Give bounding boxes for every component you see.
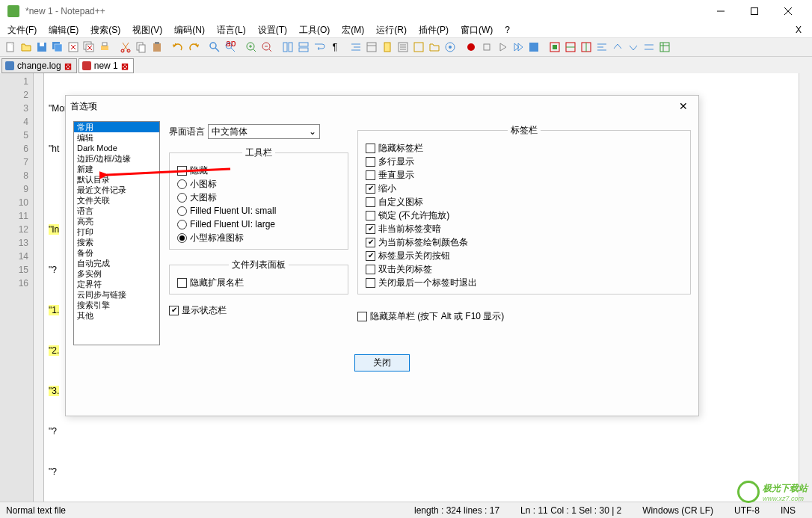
- undo-icon[interactable]: [170, 40, 185, 55]
- list-item-margins[interactable]: 边距/边框/边缘: [74, 153, 159, 164]
- menu-window[interactable]: 窗口(W): [456, 22, 497, 38]
- tab-change-log[interactable]: change.log ⊠: [1, 58, 77, 73]
- list-item-highlight[interactable]: 高亮: [74, 216, 159, 226]
- print-icon[interactable]: [97, 40, 112, 55]
- doc-map-icon[interactable]: [380, 40, 395, 55]
- copy-icon[interactable]: [134, 40, 149, 55]
- menu-language[interactable]: 语言(L): [212, 22, 250, 38]
- list-item-file-assoc[interactable]: 文件关联: [74, 195, 159, 206]
- checkbox-exit-on-last[interactable]: 关闭最后一个标签时退出: [366, 276, 683, 289]
- tool-misc-6[interactable]: [626, 40, 641, 55]
- play-multi-icon[interactable]: [511, 40, 526, 55]
- checkbox-custom-icon[interactable]: 自定义图标: [366, 195, 683, 209]
- checkbox-show-close[interactable]: ✔标签显示关闭按钮: [366, 249, 683, 262]
- ui-language-select[interactable]: 中文简体⌄: [208, 124, 320, 139]
- save-all-icon[interactable]: [50, 40, 65, 55]
- zoom-out-icon[interactable]: [259, 40, 274, 55]
- radio-small-standard[interactable]: 小型标准图标: [177, 231, 340, 244]
- list-item-search-engine[interactable]: 搜索引擎: [74, 300, 159, 310]
- indent-guide-icon[interactable]: [348, 40, 363, 55]
- vertical-scrollbar[interactable]: [799, 73, 812, 504]
- list-item-new[interactable]: 新建: [74, 164, 159, 174]
- save-macro-icon[interactable]: [526, 40, 541, 55]
- menu-settings[interactable]: 设置(T): [253, 22, 292, 38]
- close-button[interactable]: [771, 0, 805, 22]
- sync-v-icon[interactable]: [280, 40, 295, 55]
- checkbox-lock[interactable]: 锁定 (不允许拖放): [366, 209, 683, 222]
- tab-close-icon[interactable]: ⊠: [64, 61, 73, 70]
- status-eol[interactable]: Windows (CR LF): [632, 505, 724, 516]
- menu-search[interactable]: 搜索(S): [86, 22, 125, 38]
- tool-misc-1[interactable]: [547, 40, 562, 55]
- maximize-button[interactable]: [737, 0, 771, 22]
- paste-icon[interactable]: [150, 40, 164, 55]
- monitor-icon[interactable]: [443, 40, 458, 55]
- menu-help[interactable]: ?: [500, 23, 514, 37]
- doc-list-icon[interactable]: [396, 40, 410, 55]
- list-item-editing[interactable]: 编辑: [74, 132, 159, 143]
- checkbox-multiline[interactable]: 多行显示: [366, 155, 683, 168]
- open-file-icon[interactable]: [19, 40, 34, 55]
- radio-fluent-large[interactable]: Filled Fluent UI: large: [177, 218, 340, 231]
- menu-edit[interactable]: 编辑(E): [44, 22, 83, 38]
- menu-view[interactable]: 视图(V): [128, 22, 167, 38]
- checkbox-colorbar[interactable]: ✔为当前标签绘制颜色条: [366, 235, 683, 249]
- save-icon[interactable]: [34, 40, 49, 55]
- list-item-recent[interactable]: 最近文件记录: [74, 185, 159, 195]
- sync-h-icon[interactable]: [296, 40, 311, 55]
- checkbox-vertical[interactable]: 垂直显示: [366, 168, 683, 182]
- status-encoding[interactable]: UTF-8: [724, 505, 770, 516]
- func-list-icon[interactable]: [411, 40, 426, 55]
- checkbox-show-statusbar[interactable]: ✔显示状态栏: [169, 303, 348, 317]
- menu-tools[interactable]: 工具(O): [295, 22, 334, 38]
- checkbox-hide-ext[interactable]: 隐藏扩展名栏: [177, 276, 340, 289]
- cut-icon[interactable]: [118, 40, 133, 55]
- new-file-icon[interactable]: [3, 40, 18, 55]
- list-item-autocomplete[interactable]: 自动完成: [74, 258, 159, 268]
- list-item-default-dir[interactable]: 默认目录: [74, 174, 159, 185]
- radio-fluent-small[interactable]: Filled Fluent UI: small: [177, 204, 340, 218]
- preferences-category-list[interactable]: 常用 编辑 Dark Mode 边距/边框/边缘 新建 默认目录 最近文件记录 …: [73, 121, 160, 345]
- play-icon[interactable]: [495, 40, 510, 55]
- list-item-delimiter[interactable]: 定界符: [74, 279, 159, 289]
- tool-misc-2[interactable]: [563, 40, 578, 55]
- close-all-icon[interactable]: [81, 40, 96, 55]
- find-icon[interactable]: [207, 40, 222, 55]
- replace-icon[interactable]: ab: [223, 40, 238, 55]
- checkbox-reduce[interactable]: ✔缩小: [366, 182, 683, 195]
- zoom-in-icon[interactable]: [244, 40, 259, 55]
- user-lang-icon[interactable]: [364, 40, 379, 55]
- tab-new-1[interactable]: new 1 ⊠: [79, 58, 134, 73]
- dialog-close-button[interactable]: ✕: [673, 100, 694, 112]
- list-item-cloud[interactable]: 云同步与链接: [74, 289, 159, 300]
- radio-hide[interactable]: 隐藏: [177, 164, 340, 177]
- list-item-darkmode[interactable]: Dark Mode: [74, 143, 159, 153]
- status-mode[interactable]: INS: [770, 505, 806, 516]
- menu-file[interactable]: 文件(F): [3, 22, 41, 38]
- folder-workspace-icon[interactable]: [427, 40, 442, 55]
- wrap-icon[interactable]: [312, 40, 327, 55]
- checkbox-darken-inactive[interactable]: ✔非当前标签变暗: [366, 222, 683, 235]
- tool-misc-7[interactable]: [642, 40, 656, 55]
- dialog-titlebar[interactable]: 首选项 ✕: [66, 96, 698, 117]
- list-item-language[interactable]: 语言: [74, 206, 159, 216]
- checkbox-dblclick-close[interactable]: 双击关闭标签: [366, 262, 683, 276]
- list-item-backup[interactable]: 备份: [74, 247, 159, 258]
- checkbox-hide-tabbar[interactable]: 隐藏标签栏: [366, 141, 683, 155]
- list-item-misc[interactable]: 其他: [74, 310, 159, 321]
- list-item-general[interactable]: 常用: [74, 122, 159, 132]
- stop-icon[interactable]: [479, 40, 494, 55]
- menu-encoding[interactable]: 编码(N): [170, 22, 209, 38]
- show-all-chars-icon[interactable]: ¶: [327, 40, 342, 55]
- tab-close-icon[interactable]: ⊠: [121, 61, 130, 70]
- list-item-search[interactable]: 搜索: [74, 237, 159, 247]
- tool-misc-5[interactable]: [610, 40, 625, 55]
- close-tab-icon[interactable]: [66, 40, 81, 55]
- menu-plugins[interactable]: 插件(P): [414, 22, 453, 38]
- tool-misc-8[interactable]: [657, 40, 672, 55]
- menu-macro[interactable]: 宏(M): [337, 22, 369, 38]
- list-item-print[interactable]: 打印: [74, 226, 159, 237]
- close-button[interactable]: 关闭: [354, 354, 410, 371]
- record-icon[interactable]: [464, 40, 479, 55]
- menu-run[interactable]: 运行(R): [372, 22, 411, 38]
